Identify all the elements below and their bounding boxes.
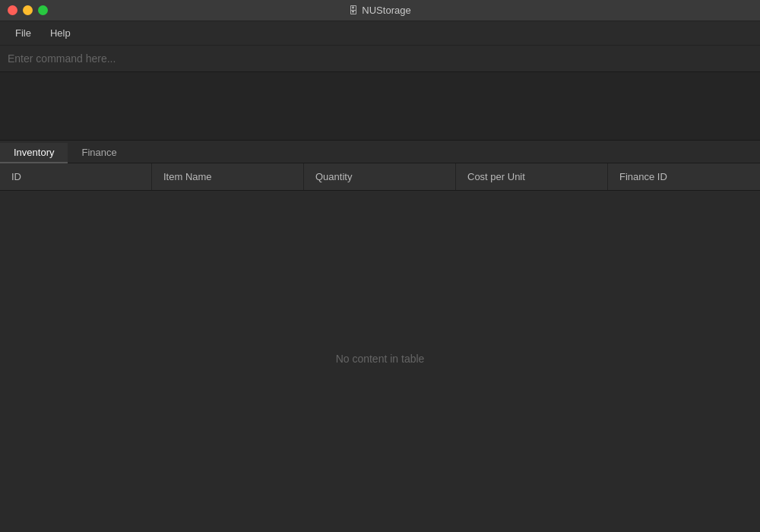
- tab-finance[interactable]: Finance: [68, 143, 130, 163]
- command-bar: [0, 46, 760, 72]
- command-input[interactable]: [8, 52, 752, 65]
- menu-help[interactable]: Help: [43, 24, 78, 42]
- empty-table-message: No content in table: [336, 353, 425, 365]
- menu-file[interactable]: File: [8, 24, 39, 42]
- column-header-id: ID: [0, 163, 152, 190]
- output-area: [0, 72, 760, 141]
- title-bar: 🗄 NUStorage: [0, 0, 760, 21]
- minimize-button[interactable]: [23, 5, 33, 15]
- maximize-button[interactable]: [38, 5, 48, 15]
- table-body: No content in table: [0, 191, 760, 527]
- content-area: Inventory Finance ID Item Name Quantity …: [0, 46, 760, 532]
- column-header-item-name: Item Name: [152, 163, 304, 190]
- app-icon: 🗄: [349, 5, 358, 16]
- menu-bar: File Help: [0, 21, 760, 46]
- table-header: ID Item Name Quantity Cost per Unit Fina…: [0, 163, 760, 191]
- table-container: ID Item Name Quantity Cost per Unit Fina…: [0, 163, 760, 532]
- column-header-cost-per-unit: Cost per Unit: [456, 163, 608, 190]
- column-header-quantity: Quantity: [304, 163, 456, 190]
- column-header-finance-id: Finance ID: [608, 163, 760, 190]
- close-button[interactable]: [8, 5, 17, 15]
- app-title-text: NUStorage: [362, 5, 410, 16]
- window-controls: [8, 5, 48, 15]
- tabs-bar: Inventory Finance: [0, 141, 760, 163]
- tab-inventory[interactable]: Inventory: [0, 143, 68, 163]
- app-title: 🗄 NUStorage: [349, 5, 410, 16]
